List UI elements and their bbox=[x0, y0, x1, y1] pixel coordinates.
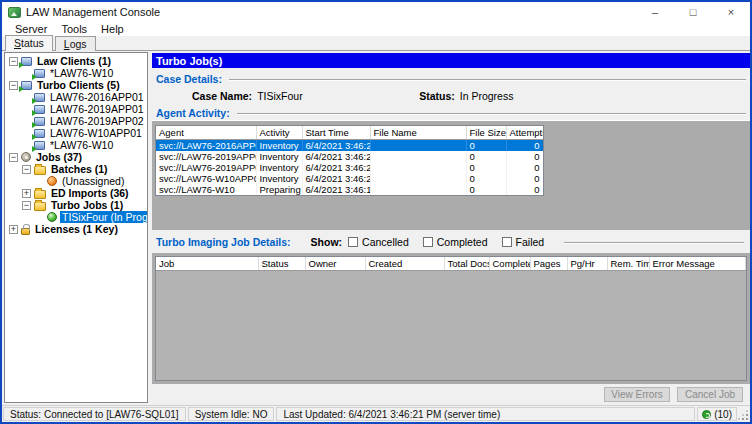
tree-item[interactable]: −Jobs (37) bbox=[5, 151, 147, 163]
agent-cell: 0 bbox=[506, 173, 543, 184]
agent-activity-row[interactable]: svc://LAW76-W10Preparing Wc6/4/2021 3:46… bbox=[156, 184, 543, 195]
checkbox-icon[interactable] bbox=[423, 237, 433, 247]
tree-item[interactable]: −Turbo Clients (5) bbox=[5, 79, 147, 91]
jobs-gear-icon bbox=[21, 152, 31, 162]
agent-cell: 0 bbox=[466, 173, 506, 184]
agent-cell: 6/4/2021 3:46:24 PM bbox=[302, 162, 370, 173]
client-computer-icon bbox=[34, 93, 45, 102]
expand-toggle-icon[interactable]: + bbox=[22, 189, 31, 198]
tree-item[interactable]: LAW76-2016APP01 bbox=[5, 91, 147, 103]
tree-item[interactable]: −Turbo Jobs (1) bbox=[5, 199, 147, 211]
imaging-col-header[interactable]: Completed bbox=[489, 257, 530, 271]
imaging-col-header[interactable]: Error Message bbox=[649, 257, 746, 271]
agent-activity-row[interactable]: svc://LAW76-2019APP02:2Inventory6/4/2021… bbox=[156, 162, 543, 173]
imaging-col-header[interactable]: Pages bbox=[530, 257, 567, 271]
menu-bar: Server Tools Help bbox=[2, 22, 750, 36]
cancel-job-button[interactable]: Cancel Job bbox=[677, 387, 743, 402]
agent-activity-table[interactable]: AgentActivityStart TimeFile NameFile Siz… bbox=[155, 125, 544, 196]
tree-item[interactable]: TISixFour (In Progress) bbox=[5, 211, 147, 223]
collapse-toggle-icon[interactable]: − bbox=[22, 201, 31, 210]
collapse-toggle-icon[interactable]: − bbox=[22, 165, 31, 174]
imaging-col-header[interactable]: Pg/Hr bbox=[567, 257, 607, 271]
title-bar: LAW Management Console – □ × bbox=[2, 2, 750, 22]
agent-cell: 0 bbox=[466, 162, 506, 173]
navigation-tree[interactable]: −Law Clients (1)*LAW76-W10−Turbo Clients… bbox=[4, 52, 148, 403]
case-details-section: Case Details: Case Name: TISixFour Statu… bbox=[152, 68, 750, 120]
agent-cell: 0 bbox=[466, 151, 506, 162]
tree-item[interactable]: LAW76-W10APP01 bbox=[5, 127, 147, 139]
window-title: LAW Management Console bbox=[26, 6, 160, 18]
menu-tools[interactable]: Tools bbox=[54, 23, 94, 35]
agent-col-header[interactable]: Activity bbox=[256, 126, 302, 140]
filter-failed[interactable]: Failed bbox=[502, 236, 545, 248]
tree-item-label: Jobs (37) bbox=[34, 151, 84, 163]
job-count: (10) bbox=[714, 409, 732, 420]
resize-grip[interactable] bbox=[739, 411, 749, 421]
agent-activity-row[interactable]: svc://LAW76-W10APP01:2Inventory6/4/2021 … bbox=[156, 173, 543, 184]
tree-item[interactable]: +Licenses (1 Key) bbox=[5, 223, 147, 235]
client-computer-icon bbox=[34, 117, 45, 126]
tab-status[interactable]: Status bbox=[5, 35, 53, 51]
show-label: Show: bbox=[311, 236, 343, 248]
agent-activity-panel: AgentActivityStart TimeFile NameFile Siz… bbox=[152, 120, 750, 230]
filter-label: Cancelled bbox=[362, 236, 409, 248]
minimize-button[interactable]: – bbox=[636, 2, 674, 22]
agent-col-header[interactable]: Agent bbox=[156, 126, 256, 140]
case-status-value: In Progress bbox=[460, 90, 514, 102]
imaging-col-header[interactable]: Owner bbox=[305, 257, 365, 271]
app-icon bbox=[8, 7, 21, 18]
agent-col-header[interactable]: Attempts bbox=[506, 126, 543, 140]
filter-label: Completed bbox=[437, 236, 488, 248]
agent-cell: svc://LAW76-2019APP01:2 bbox=[156, 151, 256, 162]
agent-cell: 0 bbox=[466, 140, 506, 152]
collapse-toggle-icon[interactable]: − bbox=[9, 153, 18, 162]
maximize-button[interactable]: □ bbox=[674, 2, 712, 22]
panel-header: Turbo Job(s) bbox=[152, 53, 750, 68]
checkbox-icon[interactable] bbox=[348, 237, 358, 247]
client-computer-icon bbox=[21, 81, 32, 90]
imaging-col-header[interactable]: Created bbox=[365, 257, 444, 271]
agent-activity-row[interactable]: svc://LAW76-2019APP01:2Inventory6/4/2021… bbox=[156, 151, 543, 162]
agent-activity-row[interactable]: svc://LAW76-2016APP01:2Inventory6/4/2021… bbox=[156, 140, 543, 152]
tree-item[interactable]: *LAW76-W10 bbox=[5, 67, 147, 79]
tree-item[interactable]: +ED Imports (36) bbox=[5, 187, 147, 199]
tree-item[interactable]: LAW76-2019APP02 bbox=[5, 115, 147, 127]
tree-item[interactable]: −Batches (1) bbox=[5, 163, 147, 175]
filter-label: Failed bbox=[516, 236, 545, 248]
filter-completed[interactable]: Completed bbox=[423, 236, 488, 248]
job-count-indicator: (10) bbox=[697, 407, 737, 421]
menu-help[interactable]: Help bbox=[94, 23, 131, 35]
filter-cancelled[interactable]: Cancelled bbox=[348, 236, 409, 248]
agent-cell: Inventory bbox=[256, 151, 302, 162]
client-computer-icon bbox=[34, 141, 45, 150]
tree-item[interactable]: (Unassigned) bbox=[5, 175, 147, 187]
tree-item[interactable]: −Law Clients (1) bbox=[5, 55, 147, 67]
view-errors-button[interactable]: View Errors bbox=[604, 387, 670, 402]
agent-col-header[interactable]: File Size bbox=[466, 126, 506, 140]
menu-server[interactable]: Server bbox=[8, 23, 54, 35]
imaging-col-header[interactable]: Job bbox=[156, 257, 258, 271]
agent-col-header[interactable]: Start Time bbox=[302, 126, 370, 140]
divider bbox=[237, 113, 746, 115]
imaging-jobs-table[interactable]: JobStatusOwnerCreatedTotal DocsCompleted… bbox=[155, 256, 747, 381]
tree-item[interactable]: *LAW76-W10 bbox=[5, 139, 147, 151]
imaging-col-header[interactable]: Rem. Time bbox=[607, 257, 649, 271]
tab-logs[interactable]: Logs bbox=[55, 36, 96, 51]
tree-item-label: Turbo Clients (5) bbox=[35, 79, 122, 91]
agent-cell: 0 bbox=[506, 140, 543, 152]
tree-item[interactable]: LAW76-2019APP01 bbox=[5, 103, 147, 115]
main-panel: Turbo Job(s) Case Details: Case Name: TI… bbox=[152, 51, 750, 405]
case-name-value: TISixFour bbox=[257, 90, 419, 102]
imaging-col-header[interactable]: Status bbox=[258, 257, 305, 271]
agent-col-header[interactable]: File Name bbox=[370, 126, 466, 140]
imaging-col-header[interactable]: Total Docs bbox=[444, 257, 489, 271]
checkbox-icon[interactable] bbox=[502, 237, 512, 247]
client-computer-icon bbox=[34, 129, 45, 138]
tree-item-label: Batches (1) bbox=[49, 163, 110, 175]
tree-item-label: LAW76-2019APP02 bbox=[48, 115, 146, 127]
expand-toggle-icon[interactable]: + bbox=[9, 225, 18, 234]
close-button[interactable]: × bbox=[712, 2, 750, 22]
collapse-toggle-icon[interactable]: − bbox=[9, 57, 18, 66]
collapse-toggle-icon[interactable]: − bbox=[9, 81, 18, 90]
agent-cell bbox=[370, 173, 466, 184]
